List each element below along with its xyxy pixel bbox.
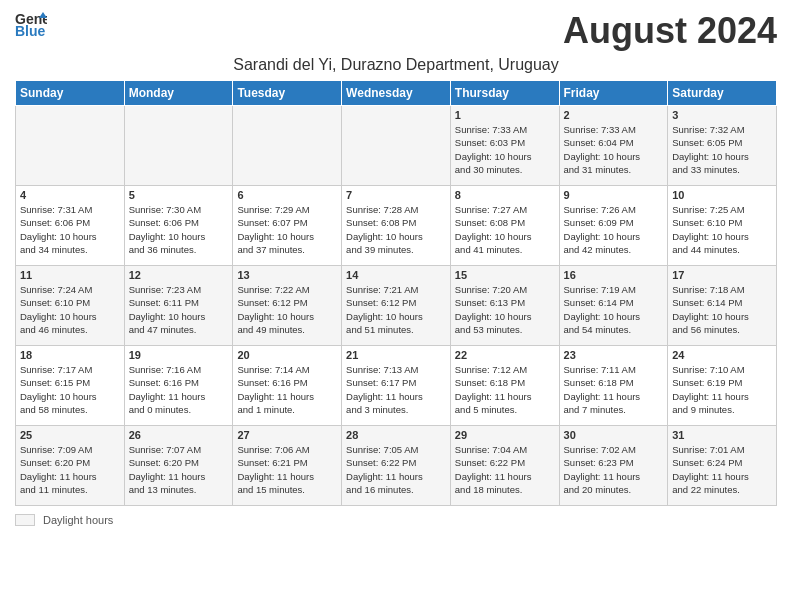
day-number: 28 [346,429,446,441]
calendar-cell: 9Sunrise: 7:26 AM Sunset: 6:09 PM Daylig… [559,186,668,266]
day-number: 2 [564,109,664,121]
weekday-header: Saturday [668,81,777,106]
weekday-header: Monday [124,81,233,106]
calendar-cell: 24Sunrise: 7:10 AM Sunset: 6:19 PM Dayli… [668,346,777,426]
location-title: Sarandi del Yi, Durazno Department, Urug… [15,56,777,74]
calendar-cell [16,106,125,186]
calendar-cell: 8Sunrise: 7:27 AM Sunset: 6:08 PM Daylig… [450,186,559,266]
day-number: 22 [455,349,555,361]
day-number: 26 [129,429,229,441]
day-number: 13 [237,269,337,281]
calendar-cell [342,106,451,186]
day-info: Sunrise: 7:12 AM Sunset: 6:18 PM Dayligh… [455,363,555,416]
calendar-cell: 13Sunrise: 7:22 AM Sunset: 6:12 PM Dayli… [233,266,342,346]
calendar-cell: 23Sunrise: 7:11 AM Sunset: 6:18 PM Dayli… [559,346,668,426]
calendar-cell [124,106,233,186]
day-info: Sunrise: 7:27 AM Sunset: 6:08 PM Dayligh… [455,203,555,256]
day-info: Sunrise: 7:18 AM Sunset: 6:14 PM Dayligh… [672,283,772,336]
footer-note: Daylight hours [15,514,777,526]
day-info: Sunrise: 7:10 AM Sunset: 6:19 PM Dayligh… [672,363,772,416]
calendar-cell: 6Sunrise: 7:29 AM Sunset: 6:07 PM Daylig… [233,186,342,266]
header: General Blue August 2024 [15,10,777,52]
svg-text:Blue: Blue [15,23,46,38]
calendar-cell: 15Sunrise: 7:20 AM Sunset: 6:13 PM Dayli… [450,266,559,346]
day-number: 11 [20,269,120,281]
calendar-cell: 14Sunrise: 7:21 AM Sunset: 6:12 PM Dayli… [342,266,451,346]
weekday-header: Wednesday [342,81,451,106]
day-info: Sunrise: 7:04 AM Sunset: 6:22 PM Dayligh… [455,443,555,496]
day-number: 8 [455,189,555,201]
day-info: Sunrise: 7:33 AM Sunset: 6:04 PM Dayligh… [564,123,664,176]
calendar-cell: 25Sunrise: 7:09 AM Sunset: 6:20 PM Dayli… [16,426,125,506]
calendar-cell: 2Sunrise: 7:33 AM Sunset: 6:04 PM Daylig… [559,106,668,186]
day-info: Sunrise: 7:11 AM Sunset: 6:18 PM Dayligh… [564,363,664,416]
day-info: Sunrise: 7:32 AM Sunset: 6:05 PM Dayligh… [672,123,772,176]
day-info: Sunrise: 7:23 AM Sunset: 6:11 PM Dayligh… [129,283,229,336]
calendar-table: SundayMondayTuesdayWednesdayThursdayFrid… [15,80,777,506]
weekday-header: Sunday [16,81,125,106]
logo: General Blue [15,10,47,38]
day-info: Sunrise: 7:33 AM Sunset: 6:03 PM Dayligh… [455,123,555,176]
day-info: Sunrise: 7:24 AM Sunset: 6:10 PM Dayligh… [20,283,120,336]
day-info: Sunrise: 7:02 AM Sunset: 6:23 PM Dayligh… [564,443,664,496]
day-info: Sunrise: 7:20 AM Sunset: 6:13 PM Dayligh… [455,283,555,336]
day-number: 27 [237,429,337,441]
day-info: Sunrise: 7:09 AM Sunset: 6:20 PM Dayligh… [20,443,120,496]
calendar-cell: 21Sunrise: 7:13 AM Sunset: 6:17 PM Dayli… [342,346,451,426]
calendar-cell: 5Sunrise: 7:30 AM Sunset: 6:06 PM Daylig… [124,186,233,266]
calendar-cell: 30Sunrise: 7:02 AM Sunset: 6:23 PM Dayli… [559,426,668,506]
day-number: 5 [129,189,229,201]
calendar-cell: 4Sunrise: 7:31 AM Sunset: 6:06 PM Daylig… [16,186,125,266]
day-number: 16 [564,269,664,281]
weekday-header: Tuesday [233,81,342,106]
calendar-cell: 22Sunrise: 7:12 AM Sunset: 6:18 PM Dayli… [450,346,559,426]
day-info: Sunrise: 7:22 AM Sunset: 6:12 PM Dayligh… [237,283,337,336]
day-number: 10 [672,189,772,201]
daylight-hours-label: Daylight hours [43,514,113,526]
calendar-cell: 7Sunrise: 7:28 AM Sunset: 6:08 PM Daylig… [342,186,451,266]
day-number: 24 [672,349,772,361]
calendar-cell: 11Sunrise: 7:24 AM Sunset: 6:10 PM Dayli… [16,266,125,346]
weekday-header: Thursday [450,81,559,106]
day-info: Sunrise: 7:14 AM Sunset: 6:16 PM Dayligh… [237,363,337,416]
day-number: 3 [672,109,772,121]
day-info: Sunrise: 7:31 AM Sunset: 6:06 PM Dayligh… [20,203,120,256]
day-number: 25 [20,429,120,441]
day-info: Sunrise: 7:01 AM Sunset: 6:24 PM Dayligh… [672,443,772,496]
calendar-cell: 12Sunrise: 7:23 AM Sunset: 6:11 PM Dayli… [124,266,233,346]
calendar-cell: 27Sunrise: 7:06 AM Sunset: 6:21 PM Dayli… [233,426,342,506]
day-number: 31 [672,429,772,441]
calendar-cell: 18Sunrise: 7:17 AM Sunset: 6:15 PM Dayli… [16,346,125,426]
day-info: Sunrise: 7:19 AM Sunset: 6:14 PM Dayligh… [564,283,664,336]
calendar-cell: 29Sunrise: 7:04 AM Sunset: 6:22 PM Dayli… [450,426,559,506]
day-number: 12 [129,269,229,281]
month-title: August 2024 [563,10,777,52]
calendar-cell: 28Sunrise: 7:05 AM Sunset: 6:22 PM Dayli… [342,426,451,506]
day-info: Sunrise: 7:28 AM Sunset: 6:08 PM Dayligh… [346,203,446,256]
day-info: Sunrise: 7:17 AM Sunset: 6:15 PM Dayligh… [20,363,120,416]
day-number: 7 [346,189,446,201]
day-number: 9 [564,189,664,201]
calendar-cell: 26Sunrise: 7:07 AM Sunset: 6:20 PM Dayli… [124,426,233,506]
calendar-cell [233,106,342,186]
day-number: 1 [455,109,555,121]
day-info: Sunrise: 7:13 AM Sunset: 6:17 PM Dayligh… [346,363,446,416]
calendar-cell: 10Sunrise: 7:25 AM Sunset: 6:10 PM Dayli… [668,186,777,266]
day-number: 19 [129,349,229,361]
calendar-cell: 1Sunrise: 7:33 AM Sunset: 6:03 PM Daylig… [450,106,559,186]
calendar-cell: 17Sunrise: 7:18 AM Sunset: 6:14 PM Dayli… [668,266,777,346]
weekday-header: Friday [559,81,668,106]
calendar-cell: 20Sunrise: 7:14 AM Sunset: 6:16 PM Dayli… [233,346,342,426]
day-info: Sunrise: 7:26 AM Sunset: 6:09 PM Dayligh… [564,203,664,256]
day-info: Sunrise: 7:25 AM Sunset: 6:10 PM Dayligh… [672,203,772,256]
day-info: Sunrise: 7:07 AM Sunset: 6:20 PM Dayligh… [129,443,229,496]
day-number: 6 [237,189,337,201]
day-number: 18 [20,349,120,361]
day-info: Sunrise: 7:05 AM Sunset: 6:22 PM Dayligh… [346,443,446,496]
day-number: 17 [672,269,772,281]
day-number: 30 [564,429,664,441]
day-info: Sunrise: 7:30 AM Sunset: 6:06 PM Dayligh… [129,203,229,256]
day-info: Sunrise: 7:21 AM Sunset: 6:12 PM Dayligh… [346,283,446,336]
day-number: 23 [564,349,664,361]
logo-icon: General Blue [15,10,47,38]
